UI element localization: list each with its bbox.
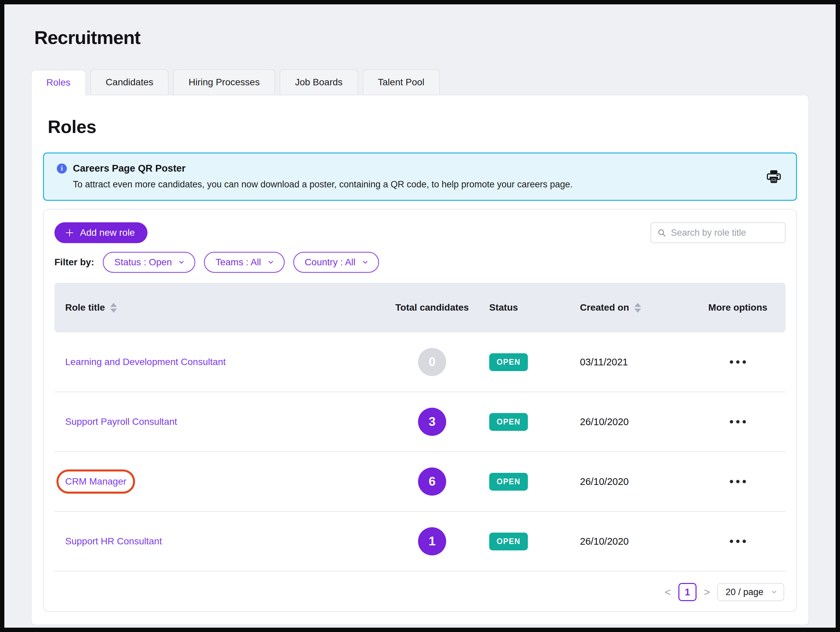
header-role-title-label: Role title [65, 302, 105, 313]
plus-icon [65, 228, 74, 238]
more-options-icon[interactable] [701, 480, 775, 483]
tab-talent-pool[interactable]: Talent Pool [363, 69, 440, 95]
qr-poster-banner: i Careers Page QR Poster To attract even… [43, 153, 797, 201]
role-link[interactable]: Learning and Development Consultant [65, 357, 226, 367]
sort-icon[interactable] [635, 303, 641, 313]
roles-table-card: Add new role Filter by: Status : Open [43, 209, 797, 612]
pagination: < 1 > 20 / page [54, 583, 786, 601]
role-link[interactable]: Support Payroll Consultant [65, 416, 177, 427]
tab-job-boards[interactable]: Job Boards [279, 69, 358, 95]
search-icon [657, 228, 666, 238]
filter-country-label: Country : All [305, 257, 355, 268]
created-on-date: 26/10/2020 [580, 476, 628, 487]
table-row: CRM Manager 6 OPEN 26/10/2020 [54, 452, 786, 512]
role-link-label: CRM Manager [65, 476, 126, 487]
current-page-button[interactable]: 1 [678, 583, 696, 601]
created-on-date: 26/10/2020 [580, 416, 628, 427]
created-on-date: 26/10/2020 [580, 536, 628, 547]
table-row: Support Payroll Consultant 3 OPEN 26/10/… [54, 392, 786, 452]
more-options-icon[interactable] [701, 360, 775, 364]
status-badge: OPEN [489, 533, 528, 550]
add-new-role-label: Add new role [80, 227, 135, 238]
header-status: Status [489, 302, 580, 313]
role-link[interactable]: Support HR Consultant [65, 536, 162, 547]
printer-icon [766, 170, 781, 183]
header-total-candidates: Total candidates [375, 302, 489, 313]
table-toolbar: Add new role [54, 222, 786, 243]
filter-by-label: Filter by: [54, 257, 94, 268]
table-row: Support HR Consultant 1 OPEN 26/10/2020 [54, 512, 786, 572]
page-title: Recruitment [34, 27, 809, 48]
candidate-count-badge: 6 [418, 467, 446, 496]
table-header: Role title Total candidates Status Creat… [54, 283, 786, 333]
print-poster-button[interactable] [766, 170, 781, 183]
filter-country-dropdown[interactable]: Country : All [293, 252, 379, 273]
header-created-on[interactable]: Created on [580, 302, 701, 313]
tab-hiring-processes[interactable]: Hiring Processes [173, 69, 275, 95]
prev-page-button[interactable]: < [665, 587, 671, 597]
screenshot-frame: Recruitment Roles Candidates Hiring Proc… [0, 0, 840, 632]
info-icon: i [57, 164, 67, 173]
add-new-role-button[interactable]: Add new role [54, 222, 147, 243]
status-badge: OPEN [489, 413, 528, 431]
tab-candidates[interactable]: Candidates [90, 69, 169, 95]
more-options-icon[interactable] [701, 540, 775, 543]
page-size-select[interactable]: 20 / page [717, 583, 784, 601]
recruitment-page: Recruitment Roles Candidates Hiring Proc… [5, 5, 835, 625]
filter-teams-dropdown[interactable]: Teams : All [204, 252, 284, 273]
more-options-icon[interactable] [701, 420, 775, 424]
tab-bar: Roles Candidates Hiring Processes Job Bo… [31, 69, 809, 95]
filter-status-label: Status : Open [114, 257, 172, 268]
banner-title: Careers Page QR Poster [73, 163, 185, 174]
section-heading: Roles [48, 116, 797, 137]
header-more-options: More options [701, 301, 775, 314]
chevron-down-icon [771, 589, 777, 596]
status-badge: OPEN [489, 473, 528, 491]
created-on-date: 03/11/2021 [580, 357, 628, 368]
candidate-count-badge: 0 [418, 348, 446, 376]
banner-header: i Careers Page QR Poster [57, 163, 756, 174]
candidate-count-badge: 1 [418, 527, 446, 555]
candidate-count-badge: 3 [418, 408, 446, 436]
chevron-down-icon [267, 258, 275, 266]
header-created-on-label: Created on [580, 302, 629, 313]
filter-teams-label: Teams : All [215, 257, 261, 268]
tab-roles[interactable]: Roles [31, 70, 86, 95]
role-link[interactable]: CRM Manager [65, 476, 126, 487]
sort-icon[interactable] [110, 303, 117, 313]
next-page-button[interactable]: > [704, 587, 710, 597]
search-input[interactable] [671, 228, 779, 238]
banner-description: To attract even more candidates, you can… [57, 179, 756, 190]
chevron-down-icon [178, 258, 185, 266]
chevron-down-icon [362, 258, 369, 266]
roles-tab-panel: Roles i Careers Page QR Poster To attrac… [31, 95, 809, 625]
header-role-title[interactable]: Role title [65, 302, 375, 313]
page-size-value: 20 / page [725, 587, 763, 597]
search-box [651, 222, 786, 243]
status-badge: OPEN [489, 353, 528, 371]
table-row: Learning and Development Consultant 0 OP… [54, 333, 786, 392]
filter-row: Filter by: Status : Open Teams : All Cou… [54, 252, 786, 273]
filter-status-dropdown[interactable]: Status : Open [103, 252, 195, 273]
